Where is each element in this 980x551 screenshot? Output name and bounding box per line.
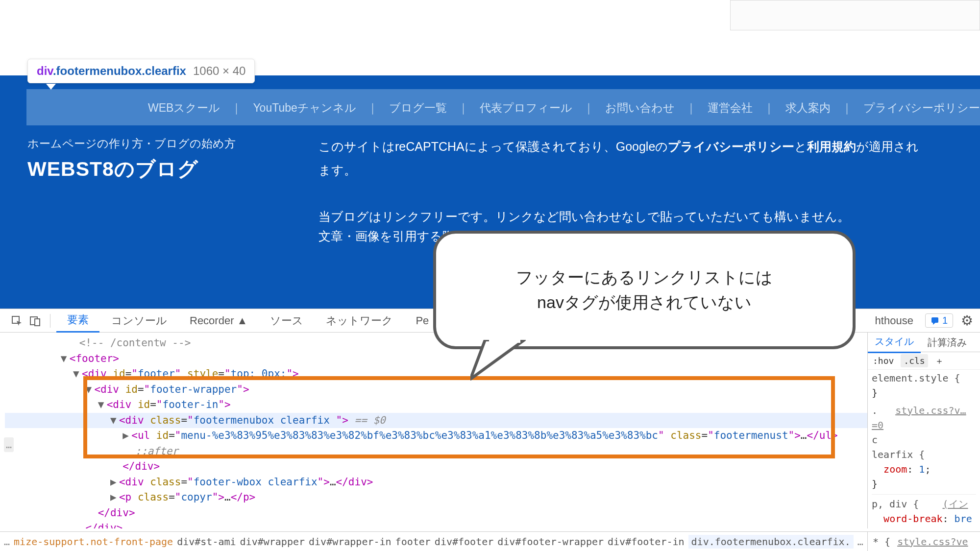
tab-styles[interactable]: スタイル — [868, 333, 921, 353]
recaptcha-notice: このサイトはreCAPTCHAによって保護されており、Googleのプライバシー… — [318, 135, 980, 182]
stylesheet-link[interactable]: style.css?ve — [897, 536, 968, 548]
styles-panel: スタイル 計算済み :hov .cls ＋ element.style { } … — [867, 333, 980, 528]
breadcrumb-item-selected[interactable]: div.footermenubox.clearfix. — [688, 535, 854, 549]
tooltip-classes: .footermenubox.clearfix — [53, 64, 186, 77]
svg-marker-0 — [470, 340, 524, 379]
breadcrumb-item[interactable]: footer — [395, 536, 431, 548]
tab-network[interactable]: ネットワーク — [315, 310, 404, 332]
tab-sources[interactable]: ソース — [259, 310, 314, 332]
breadcrumb-item[interactable]: div#wrapper-in — [309, 536, 392, 548]
selected-dom-node[interactable]: ▼<div class="footermenubox clearfix "> =… — [5, 413, 867, 429]
breadcrumb-item[interactable]: div#st-ami — [177, 536, 236, 548]
footer-menu-item[interactable]: 求人案内 — [775, 100, 841, 116]
inspect-icon[interactable] — [8, 312, 25, 330]
breadcrumb-item[interactable]: div#footer-wrapper — [497, 536, 604, 548]
breadcrumb-item[interactable]: div#footer — [435, 536, 493, 548]
svg-rect-5 — [931, 317, 938, 323]
sidebar-panel — [730, 0, 980, 30]
footer-menu-item[interactable]: WEBスクール — [137, 100, 231, 116]
breadcrumb[interactable]: ホームページの作り方・ブログの始め方 — [27, 136, 236, 151]
annotation-bubble-tail — [470, 340, 529, 389]
tab-console[interactable]: コンソール — [100, 310, 178, 332]
terms-link[interactable]: 利用規約 — [807, 140, 856, 153]
footer-menu-item[interactable]: ブログ一覧 — [378, 100, 458, 116]
hov-toggle[interactable]: :hov — [873, 354, 894, 367]
footer-menu-bar: WEBスクール｜ YouTubeチャンネル｜ ブログ一覧｜ 代表プロフィール｜ … — [137, 93, 921, 123]
cls-toggle[interactable]: .cls — [901, 354, 928, 367]
device-toggle-icon[interactable] — [26, 312, 44, 330]
blog-title[interactable]: WEBST8のブログ — [27, 156, 198, 183]
breadcrumb-item[interactable]: mize-support.not-front-page — [14, 536, 173, 548]
tooltip-dimensions: 1060 × 40 — [193, 64, 245, 78]
tab-computed[interactable]: 計算済み — [921, 333, 974, 353]
dom-breadcrumb[interactable]: … mize-support.not-front-page div#st-ami… — [0, 531, 867, 551]
page-viewport: div.footermenubox.clearfix 1060 × 40 WEB… — [0, 0, 980, 309]
breadcrumb-item[interactable]: div#wrapper — [240, 536, 305, 548]
styles-tabs: スタイル 計算済み — [868, 333, 980, 352]
tab-recorder[interactable]: Recorder ▲ — [179, 311, 258, 331]
settings-icon[interactable]: ⚙ — [954, 312, 980, 329]
tooltip-tag: div — [37, 64, 53, 77]
footer-menu-item[interactable]: プライバシーポリシー — [853, 100, 980, 116]
tooltip-caret — [46, 84, 56, 90]
element-inspector-tooltip: div.footermenubox.clearfix 1060 × 40 — [27, 59, 255, 83]
annotation-line-2: navタグが使用されていない — [537, 290, 752, 315]
ellipsis-icon[interactable]: … — [4, 437, 14, 452]
breadcrumb-item[interactable]: div#footer-in — [608, 536, 685, 548]
styles-toolbar: :hov .cls ＋ — [868, 352, 980, 370]
privacy-policy-link[interactable]: プライバシーポリシー — [668, 140, 794, 153]
annotation-line-1: フッターにあるリンクリストには — [516, 265, 773, 290]
tab-elements[interactable]: 要素 — [56, 309, 99, 333]
new-rule-button[interactable]: ＋ — [935, 354, 944, 367]
annotation-bubble: フッターにあるリンクリストには navタグが使用されていない — [433, 231, 856, 349]
svg-rect-4 — [35, 319, 40, 326]
footer-menu-item[interactable]: お問い合わせ — [594, 100, 686, 116]
issues-badge[interactable]: 1 — [925, 313, 953, 328]
tab-lighthouse[interactable]: hthouse — [864, 311, 924, 331]
styles-last-rule: * { style.css?ve — [867, 531, 980, 551]
linkfree-text-1: 当ブログはリンクフリーです。リンクなど問い合わせなしで貼っていただいても構いませ… — [318, 209, 850, 225]
elements-tree[interactable]: … <!-- /contentw --> ▼<footer> ▼<div id=… — [0, 333, 867, 528]
footer-menu-item[interactable]: 運営会社 — [697, 100, 763, 116]
stylesheet-link[interactable]: style.css?v…=0 — [872, 405, 966, 431]
footer-menu-item[interactable]: YouTubeチャンネル — [242, 100, 367, 116]
footer-menu-item[interactable]: 代表プロフィール — [469, 100, 583, 116]
svg-marker-1 — [489, 340, 520, 343]
